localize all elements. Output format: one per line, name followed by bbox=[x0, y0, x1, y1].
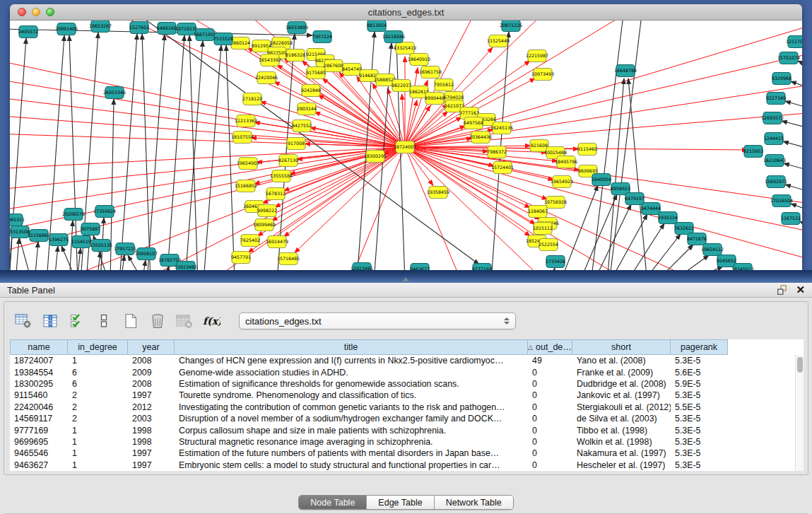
table-cell[interactable]: 2 bbox=[68, 402, 128, 412]
graph-node[interactable]: 16033809 bbox=[286, 22, 308, 34]
graph-node[interactable]: 2867608 bbox=[324, 60, 343, 72]
table-cell[interactable]: 1 bbox=[68, 356, 128, 366]
table-cell[interactable]: Investigating the contribution of common… bbox=[175, 402, 528, 412]
graph-node[interactable]: 16961758 bbox=[419, 66, 442, 78]
graph-node[interactable]: 19756928 bbox=[544, 197, 567, 209]
table-cell[interactable]: 1 bbox=[68, 460, 128, 470]
column-header-in_degree[interactable]: in_degree bbox=[68, 339, 128, 355]
table-cell[interactable]: 49 bbox=[528, 356, 572, 366]
graph-node[interactable]: 17359924 bbox=[93, 206, 116, 218]
table-row[interactable]: 946554611997Estimation of the future num… bbox=[10, 448, 804, 459]
column-header-title[interactable]: title bbox=[175, 339, 528, 355]
graph-node[interactable]: 18099469 bbox=[253, 219, 276, 231]
table-cell[interactable]: 2003 bbox=[128, 414, 175, 424]
table-cell[interactable]: 1 bbox=[68, 426, 128, 436]
table-cell[interactable]: 2012 bbox=[128, 402, 175, 412]
table-cell[interactable]: Structural magnetic resonance image aver… bbox=[175, 437, 528, 447]
graph-node[interactable]: 10973493 bbox=[531, 69, 554, 81]
graph-node[interactable]: 19654923 bbox=[551, 176, 573, 188]
graph-node[interactable]: 2405572 bbox=[18, 26, 38, 38]
graph-node[interactable]: 16210643 bbox=[763, 155, 786, 167]
table-cell[interactable]: 9115460 bbox=[10, 390, 68, 400]
table-cell[interactable]: 14569117 bbox=[10, 414, 68, 424]
table-settings-button[interactable] bbox=[14, 312, 33, 330]
table-cell[interactable]: 1 bbox=[68, 437, 128, 447]
table-cell[interactable]: Hescheler et al. (1997) bbox=[572, 460, 671, 470]
table-cell[interactable]: 0 bbox=[528, 368, 572, 378]
graph-node[interactable]: 1015112 bbox=[533, 223, 553, 235]
graph-node[interactable]: 9777169 bbox=[472, 264, 492, 271]
close-panel-icon[interactable]: ✕ bbox=[796, 284, 805, 296]
graph-node[interactable]: 12215987 bbox=[526, 50, 548, 62]
tab-network-table[interactable]: Network Table bbox=[435, 496, 513, 509]
graph-node[interactable]: 1640954 bbox=[592, 174, 611, 186]
network-table-selector[interactable]: citations_edges.txt bbox=[239, 313, 516, 329]
table-cell[interactable]: 1998 bbox=[128, 426, 175, 436]
function-builder-button[interactable]: f(x) bbox=[202, 312, 220, 330]
window-titlebar[interactable]: citations_edges.txt bbox=[10, 4, 802, 21]
graph-node[interactable]: 2803144 bbox=[297, 103, 317, 115]
scrollbar-thumb[interactable] bbox=[797, 357, 803, 373]
table-row[interactable]: 911546021997Tourette syndrome. Phenomeno… bbox=[10, 390, 804, 401]
graph-node[interactable]: 9175685 bbox=[306, 67, 326, 79]
table-row[interactable]: 1938455462009Genome-wide association stu… bbox=[10, 366, 804, 378]
column-header-short[interactable]: short bbox=[572, 339, 671, 355]
graph-node[interactable]: 16543392 bbox=[259, 54, 281, 66]
panel-resize-handle[interactable] bbox=[402, 277, 409, 281]
graph-node[interactable]: 17957225 bbox=[114, 243, 136, 255]
table-cell[interactable]: 1997 bbox=[128, 390, 175, 400]
table-cell[interactable]: Corpus callosum shape and size in male p… bbox=[175, 426, 528, 436]
graph-node[interactable]: 12923485 bbox=[351, 263, 373, 271]
graph-node[interactable]: 15692971 bbox=[765, 176, 787, 188]
table-cell[interactable]: 5.5E-5 bbox=[671, 402, 728, 412]
graph-node[interactable]: 1284067 bbox=[528, 206, 548, 218]
select-columns-button[interactable] bbox=[68, 312, 86, 330]
table-row[interactable]: 2242004622012Investigating the contribut… bbox=[10, 402, 804, 413]
graph-node[interactable]: 18300295 bbox=[364, 151, 387, 163]
network-canvas[interactable]: 1872400718300295186012489129541822605898… bbox=[10, 21, 802, 270]
table-vertical-scrollbar[interactable] bbox=[795, 355, 804, 471]
graph-node[interactable]: 16914479 bbox=[266, 236, 288, 248]
graph-node[interactable]: 1733426 bbox=[546, 256, 565, 268]
graph-node[interactable]: 6479197 bbox=[625, 193, 645, 205]
graph-node[interactable]: 15751074 bbox=[777, 52, 800, 64]
table-row[interactable]: 969969511998Structural magnetic resonanc… bbox=[10, 436, 804, 448]
table-cell[interactable]: 2008 bbox=[128, 379, 175, 389]
table-cell[interactable]: 5.3E-5 bbox=[671, 414, 728, 424]
table-cell[interactable]: de Silva et al. (2003) bbox=[572, 414, 671, 424]
graph-node[interactable]: 19358459 bbox=[427, 187, 449, 199]
graph-node[interactable]: 10958107 bbox=[135, 248, 158, 260]
graph-node[interactable]: 9822037 bbox=[392, 80, 411, 92]
minimize-window-button[interactable] bbox=[32, 8, 40, 16]
graph-node[interactable]: 15724401 bbox=[491, 162, 514, 174]
table-cell[interactable]: 5.3E-5 bbox=[671, 426, 728, 436]
graph-node[interactable]: 18107554 bbox=[231, 132, 254, 144]
graph-node[interactable]: 17016504 bbox=[770, 195, 793, 207]
graph-node[interactable]: 16648784 bbox=[614, 65, 637, 77]
graph-node[interactable]: 9115460 bbox=[577, 144, 597, 156]
network-graph[interactable]: 1872400718300295186012489129541822605898… bbox=[10, 21, 802, 270]
column-header-name[interactable]: name bbox=[10, 339, 68, 355]
table-cell[interactable]: 0 bbox=[528, 402, 572, 412]
table-cell[interactable]: Tourette syndrome. Phenomenology and cla… bbox=[175, 390, 528, 400]
table-cell[interactable]: Estimation of significance thresholds fo… bbox=[175, 379, 528, 389]
float-window-icon[interactable] bbox=[776, 284, 787, 296]
table-cell[interactable]: Dudbridge et al. (2008) bbox=[572, 379, 671, 389]
column-header-pagerank[interactable]: pagerank bbox=[671, 339, 728, 355]
graph-node[interactable]: 11525448 bbox=[487, 35, 510, 47]
table-cell[interactable]: 18724007 bbox=[10, 356, 68, 366]
table-cell[interactable]: 0 bbox=[528, 448, 572, 458]
table-cell[interactable]: 18300295 bbox=[10, 379, 68, 389]
table-cell[interactable]: 1997 bbox=[128, 460, 175, 470]
tab-node-table[interactable]: Node Table bbox=[299, 496, 367, 509]
graph-node[interactable]: 20206576 bbox=[62, 209, 85, 221]
graph-node[interactable]: 15166852 bbox=[235, 180, 257, 192]
delete-table-button[interactable] bbox=[175, 312, 194, 330]
table-cell[interactable]: 9465546 bbox=[10, 448, 68, 458]
table-cell[interactable]: 2 bbox=[68, 414, 128, 424]
graph-node[interactable]: 2935114 bbox=[658, 212, 678, 224]
table-cell[interactable]: 0 bbox=[528, 437, 572, 447]
graph-node[interactable]: 9329966 bbox=[772, 73, 792, 85]
table-cell[interactable]: Estimation of the future numbers of pati… bbox=[175, 448, 528, 458]
graph-node[interactable]: 12093572 bbox=[761, 112, 784, 124]
